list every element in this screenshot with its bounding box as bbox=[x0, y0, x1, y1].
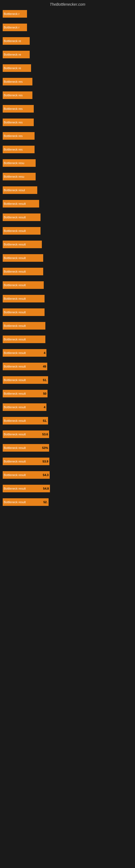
bar-label: Bottleneck re bbox=[3, 66, 22, 70]
bar-label: Bottleneck result bbox=[3, 338, 27, 341]
bar-row: Bottleneck result bbox=[3, 212, 132, 222]
bar-value: 50 bbox=[43, 392, 46, 395]
bar-row: Bottleneck re bbox=[3, 50, 132, 60]
bar-label: Bottleneck res bbox=[3, 134, 24, 137]
bar-value: 51. bbox=[43, 419, 47, 422]
chart-container: Bottleneck rBottleneck rBottleneck reBot… bbox=[0, 9, 135, 510]
bar-value: 51. bbox=[43, 378, 47, 382]
bar-row: 54.3Bottleneck result bbox=[3, 470, 132, 480]
bar-row: Bottleneck res bbox=[3, 104, 132, 114]
bar-value: 54.8 bbox=[43, 487, 49, 490]
bar-row: 4Bottleneck result bbox=[3, 402, 132, 412]
bar-row: Bottleneck r bbox=[3, 22, 132, 33]
bar-row: 54.8Bottleneck result bbox=[3, 484, 132, 494]
bar-label: Bottleneck res bbox=[3, 107, 24, 111]
bar-label: Bottleneck result bbox=[3, 229, 27, 232]
bar-value: 4 bbox=[44, 405, 45, 409]
bar-label: Bottleneck resu bbox=[3, 175, 26, 178]
bar-label: Bottleneck result bbox=[3, 270, 27, 273]
bar-value: 53.9 bbox=[43, 460, 48, 463]
bar-row: Bottleneck result bbox=[3, 293, 132, 304]
bar-value: 4 bbox=[44, 351, 45, 354]
bar-label: Bottleneck result bbox=[3, 460, 27, 463]
bar-row: 51.Bottleneck result bbox=[3, 415, 132, 426]
bar-label: Bottleneck result bbox=[3, 283, 27, 287]
bar-label: Bottleneck res bbox=[3, 148, 24, 151]
bar-row: Bottleneck result bbox=[3, 280, 132, 290]
bar-label: Bottleneck result bbox=[3, 324, 27, 328]
bar-row: Bottleneck resu bbox=[3, 158, 132, 168]
bar-row: Bottleneck resu bbox=[3, 172, 132, 182]
bar-row: Bottleneck result bbox=[3, 239, 132, 250]
bar-row: Bottleneck res bbox=[3, 144, 132, 155]
bar-row: 50Bottleneck result bbox=[3, 389, 132, 399]
bar-value: 54.3 bbox=[43, 473, 49, 476]
bar-label: Bottleneck result bbox=[3, 202, 27, 205]
bar-label: Bottleneck result bbox=[3, 311, 27, 314]
bar-label: Bottleneck r bbox=[3, 26, 20, 29]
bar-row: Bottleneck res bbox=[3, 76, 132, 87]
bar-label: Bottleneck result bbox=[3, 487, 27, 490]
bar-label: Bottleneck r bbox=[3, 12, 20, 16]
bar-label: Bottleneck result bbox=[3, 473, 27, 476]
bar-row: Bottleneck result bbox=[3, 226, 132, 236]
bar-label: Bottleneck result bbox=[3, 351, 27, 354]
bar-label: Bottleneck result bbox=[3, 365, 27, 368]
bar-row: Bottleneck res bbox=[3, 131, 132, 141]
bar-value: 49 bbox=[43, 365, 46, 368]
bar-row: Bottleneck re bbox=[3, 63, 132, 73]
site-title: TheBottlenecker.com bbox=[0, 0, 135, 9]
bar-label: Bottleneck re bbox=[3, 39, 22, 42]
bar-row: Bottleneck r bbox=[3, 9, 132, 19]
bar-row: Bottleneck result bbox=[3, 198, 132, 209]
bar-row: 53.6Bottleneck result bbox=[3, 429, 132, 439]
bar-label: Bottleneck res bbox=[3, 121, 24, 124]
bar-label: Bottleneck resul bbox=[3, 188, 26, 192]
bar-row: 52.Bottleneck result bbox=[3, 497, 132, 507]
bar-row: Bottleneck result bbox=[3, 307, 132, 317]
bar-row: Bottleneck result bbox=[3, 253, 132, 263]
bar-row: Bottleneck result bbox=[3, 321, 132, 331]
bar-label: Bottleneck resu bbox=[3, 161, 26, 165]
bar-label: Bottleneck result bbox=[3, 243, 27, 246]
bar-label: Bottleneck res bbox=[3, 94, 24, 97]
bar-row: Bottleneck res bbox=[3, 117, 132, 127]
bar-label: Bottleneck result bbox=[3, 392, 27, 395]
bar-label: Bottleneck result bbox=[3, 297, 27, 300]
bar-row: Bottleneck result bbox=[3, 334, 132, 344]
bar-label: Bottleneck result bbox=[3, 433, 27, 436]
bar-label: Bottleneck result bbox=[3, 419, 27, 422]
bar-label: Bottleneck result bbox=[3, 216, 27, 219]
bar-row: 51.Bottleneck result bbox=[3, 375, 132, 385]
bar-label: Bottleneck res bbox=[3, 80, 24, 83]
bar-label: Bottleneck result bbox=[3, 405, 27, 409]
bar-row: 53%Bottleneck result bbox=[3, 443, 132, 453]
bar-row: 4Bottleneck result bbox=[3, 348, 132, 358]
bar-label: Bottleneck result bbox=[3, 256, 27, 259]
bar-row: 53.9Bottleneck result bbox=[3, 456, 132, 467]
bar-value: 53% bbox=[42, 446, 48, 450]
bar-row: Bottleneck res bbox=[3, 90, 132, 100]
bar-label: Bottleneck result bbox=[3, 378, 27, 382]
bar-label: Bottleneck re bbox=[3, 53, 22, 56]
bar-row: 49Bottleneck result bbox=[3, 361, 132, 372]
bar-row: Bottleneck re bbox=[3, 36, 132, 46]
bar-label: Bottleneck result bbox=[3, 500, 27, 504]
bar-label: Bottleneck result bbox=[3, 446, 27, 450]
bar-row: Bottleneck result bbox=[3, 267, 132, 277]
bar-value: 53.6 bbox=[42, 433, 48, 436]
bar-row: Bottleneck resul bbox=[3, 185, 132, 195]
bar-value: 52. bbox=[43, 500, 48, 504]
